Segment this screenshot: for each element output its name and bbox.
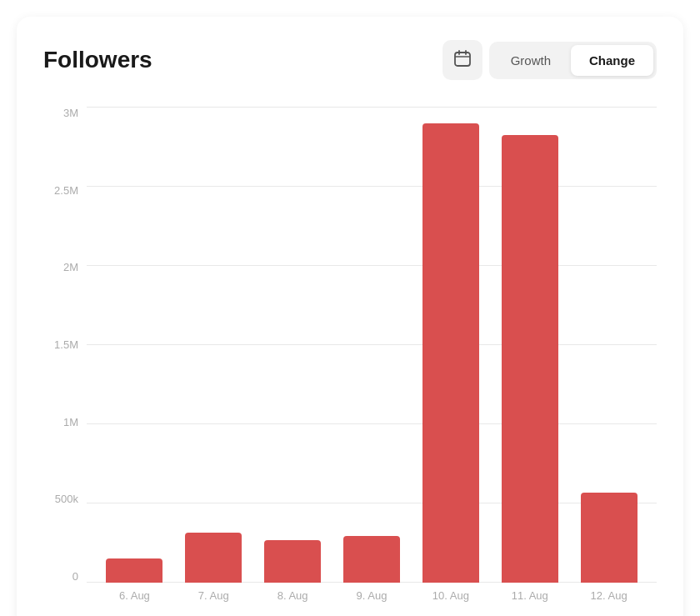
y-label-1-5m: 1.5M	[54, 338, 78, 351]
svg-rect-0	[455, 53, 470, 66]
y-label-3m: 3M	[63, 107, 78, 119]
chart-container: 3M 2.5M 2M 1.5M 1M 500k 0	[43, 107, 657, 613]
y-label-0: 0	[72, 570, 78, 583]
chart-area: 3M 2.5M 2M 1.5M 1M 500k 0	[43, 107, 657, 613]
bar-col	[411, 107, 490, 583]
x-label-3: 9. Aug	[332, 589, 412, 613]
chart-inner: 6. Aug7. Aug8. Aug9. Aug10. Aug11. Aug12…	[87, 107, 657, 613]
tab-growth[interactable]: Growth	[492, 45, 569, 76]
bar-col	[95, 107, 174, 583]
bar-9.-aug[interactable]	[343, 536, 400, 583]
bar-col	[253, 107, 332, 583]
bar-col	[569, 107, 648, 583]
y-label-500k: 500k	[55, 493, 78, 505]
calendar-icon	[453, 49, 472, 72]
bar-12.-aug[interactable]	[581, 493, 638, 583]
bar-7.-aug[interactable]	[185, 533, 242, 583]
tab-group: Growth Change	[489, 42, 657, 79]
bars-row	[87, 107, 657, 583]
bar-10.-aug[interactable]	[422, 123, 479, 583]
card-title: Followers	[43, 47, 152, 73]
x-label-6: 12. Aug	[569, 589, 648, 613]
x-label-4: 10. Aug	[411, 589, 490, 613]
tab-change[interactable]: Change	[571, 45, 653, 76]
bar-6.-aug[interactable]	[106, 558, 162, 583]
bar-11.-aug[interactable]	[502, 135, 558, 583]
x-labels: 6. Aug7. Aug8. Aug9. Aug10. Aug11. Aug12…	[87, 583, 657, 613]
followers-card: Followers Growth Change 3M 2.5M	[17, 17, 683, 616]
y-label-2-5m: 2.5M	[54, 184, 78, 197]
bar-col	[174, 107, 253, 583]
bar-8.-aug[interactable]	[264, 540, 321, 583]
x-label-0: 6. Aug	[95, 589, 174, 613]
x-label-2: 8. Aug	[253, 589, 332, 613]
y-label-1m: 1M	[63, 416, 78, 428]
bar-col	[332, 107, 412, 583]
x-label-5: 11. Aug	[490, 589, 569, 613]
calendar-button[interactable]	[442, 40, 482, 80]
x-label-1: 7. Aug	[174, 589, 253, 613]
grid-and-bars	[87, 107, 657, 583]
y-axis: 3M 2.5M 2M 1.5M 1M 500k 0	[43, 107, 87, 613]
y-label-2m: 2M	[63, 261, 78, 273]
card-header: Followers Growth Change	[43, 40, 657, 80]
controls-group: Growth Change	[442, 40, 657, 80]
bar-col	[490, 107, 569, 583]
